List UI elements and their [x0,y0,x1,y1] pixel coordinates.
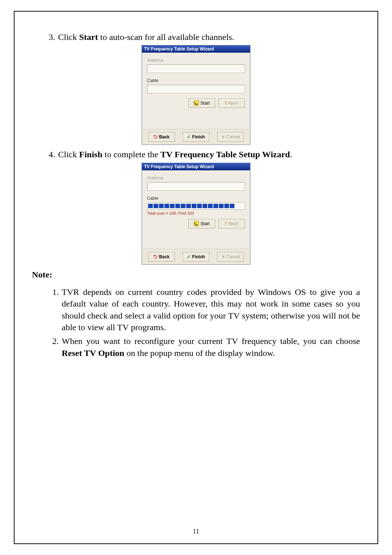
cable-label-2: Cable [147,196,245,201]
figure-wizard-finish: TV Frequency Table Setup Wizard Antenna … [32,163,360,265]
antenna-field-2[interactable] [147,182,245,191]
abort-button-2[interactable]: ! Abort [218,219,245,228]
wizard-dialog-2: TV Frequency Table Setup Wizard Antenna … [142,163,250,265]
run-icon [194,101,199,106]
step-4-text: Click Finish to complete the TV Frequenc… [58,149,360,160]
check-icon: ✓ [187,254,191,259]
abort-button[interactable]: ! Abort [218,98,245,108]
cancel-button[interactable]: ✕ Cancel [217,132,244,142]
close-icon: ✕ [221,254,225,259]
figure-wizard-start: TV Frequency Table Setup Wizard Antenna … [32,45,360,145]
step-4-number: 4. [43,149,55,160]
step-3-text: Click Start to auto-scan for all availab… [58,31,360,43]
back-arrow-icon: ⮌ [153,254,158,259]
page-number: 11 [15,528,377,535]
antenna-field[interactable] [147,64,245,73]
finish-button-2[interactable]: ✓ Finish [183,252,209,262]
close-icon: ✕ [221,134,225,139]
start-button[interactable]: Start [188,98,215,108]
warning-icon: ! [225,221,226,226]
start-button-2[interactable]: Start [188,219,215,228]
back-button[interactable]: ⮌ Back [148,132,175,142]
cable-field[interactable] [147,85,245,93]
note-heading: Note: [32,270,360,280]
note-item-2: 2. When you want to reconfigure your cur… [49,335,360,359]
finish-button[interactable]: ✓ Finish [183,132,209,142]
wizard-title-2: TV Frequency Table Setup Wizard [142,163,250,170]
step-3: 3. Click Start to auto-scan for all avai… [32,31,360,43]
cable-progress [147,202,245,210]
wizard-title: TV Frequency Table Setup Wizard [142,45,250,53]
note-list: 1. TVR depends on current country codes … [32,286,360,359]
antenna-label-2: Antenna [147,175,245,181]
back-arrow-icon: ⮌ [153,134,158,139]
check-icon: ✓ [187,134,191,139]
step-3-number: 3. [43,31,55,43]
warning-icon: ! [225,101,226,106]
run-icon [194,221,199,226]
step-4: 4. Click Finish to complete the TV Frequ… [32,149,360,160]
antenna-label: Antenna [147,58,245,63]
cable-label: Cable [147,78,245,83]
cancel-button-2[interactable]: ✕ Cancel [217,252,244,262]
note-item-1: 1. TVR depends on current country codes … [49,286,360,333]
wizard-dialog-1: TV Frequency Table Setup Wizard Antenna … [142,45,250,145]
back-button-2[interactable]: ⮌ Back [148,252,175,262]
scan-status: Total scan = 160, Find 103 [147,211,245,215]
